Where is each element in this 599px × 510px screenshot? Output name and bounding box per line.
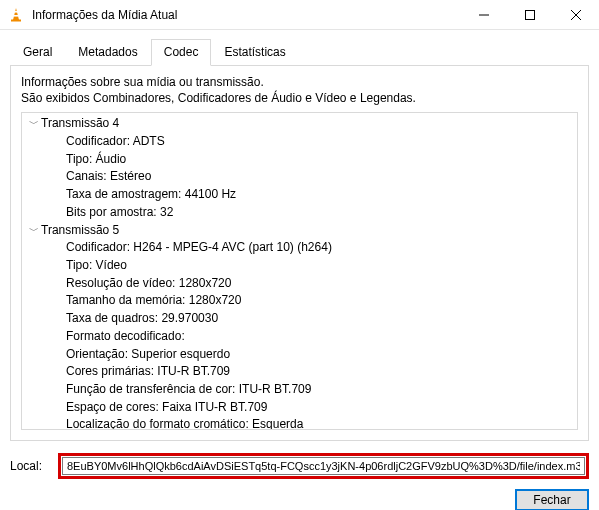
maximize-button[interactable] [507,0,553,29]
location-input[interactable] [62,457,585,475]
stream-header[interactable]: ﹀ Transmissão 5 [22,222,577,240]
info-line: Informações sobre sua mídia ou transmiss… [21,74,578,90]
svg-rect-2 [14,15,19,17]
stream-property: Espaço de cores: Faixa ITU-R BT.709 [22,399,577,417]
stream-property: Cores primárias: ITU-R BT.709 [22,363,577,381]
stream-property: Orientação: Superior esquerdo [22,346,577,364]
tab-statistics[interactable]: Estatísticas [211,39,298,66]
info-line: São exibidos Combinadores, Codificadores… [21,90,578,106]
svg-rect-5 [526,10,535,19]
stream-property: Tipo: Vídeo [22,257,577,275]
svg-rect-3 [11,19,21,21]
dialog-footer: Fechar [10,489,589,510]
stream-header[interactable]: ﹀ Transmissão 4 [22,115,577,133]
close-dialog-button[interactable]: Fechar [515,489,589,510]
window-controls [461,0,599,29]
chevron-down-icon[interactable]: ﹀ [27,115,41,133]
stream-property: Bits por amostra: 32 [22,204,577,222]
tab-metadata[interactable]: Metadados [65,39,150,66]
stream-property: Taxa de amostragem: 44100 Hz [22,186,577,204]
stream-property: Resolução de vídeo: 1280x720 [22,275,577,293]
location-row: Local: [10,453,589,479]
tab-codec[interactable]: Codec [151,39,212,66]
close-button[interactable] [553,0,599,29]
stream-property: Codificador: H264 - MPEG-4 AVC (part 10)… [22,239,577,257]
content-area: Geral Metadados Codec Estatísticas Infor… [0,30,599,510]
codec-panel: Informações sobre sua mídia ou transmiss… [10,66,589,441]
tab-general[interactable]: Geral [10,39,65,66]
stream-property: Codificador: ADTS [22,133,577,151]
stream-property: Tamanho da memória: 1280x720 [22,292,577,310]
minimize-button[interactable] [461,0,507,29]
stream-property: Formato decodificado: [22,328,577,346]
svg-rect-1 [14,11,18,13]
stream-label: Transmissão 4 [41,115,119,133]
stream-property: Tipo: Áudio [22,151,577,169]
stream-property: Canais: Estéreo [22,168,577,186]
stream-label: Transmissão 5 [41,222,119,240]
stream-property: Função de transferência de cor: ITU-R BT… [22,381,577,399]
chevron-down-icon[interactable]: ﹀ [27,222,41,240]
stream-property: Taxa de quadros: 29.970030 [22,310,577,328]
location-highlight [58,453,589,479]
titlebar: Informações da Mídia Atual [0,0,599,30]
codec-tree[interactable]: ﹀ Transmissão 4 Codificador: ADTS Tipo: … [21,112,578,430]
svg-marker-0 [13,8,19,20]
vlc-cone-icon [8,7,24,23]
stream-property: Localização do formato cromático: Esquer… [22,416,577,430]
panel-description: Informações sobre sua mídia ou transmiss… [21,74,578,106]
window-title: Informações da Mídia Atual [32,8,461,22]
tab-bar: Geral Metadados Codec Estatísticas [10,38,589,66]
location-label: Local: [10,459,50,473]
